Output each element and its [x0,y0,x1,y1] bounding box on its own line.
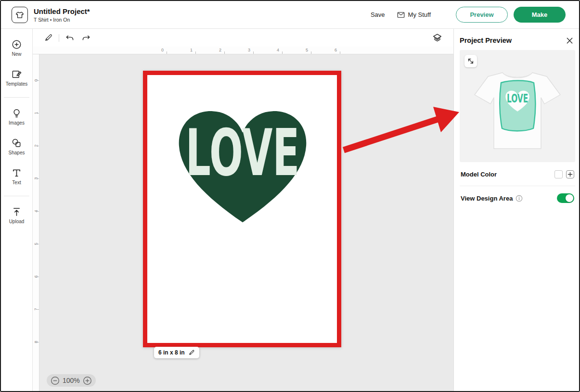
ruler-label: 0 [161,48,164,52]
view-design-area-toggle[interactable] [557,193,574,203]
zoom-in-button[interactable] [83,376,92,385]
ruler-label: 1 [190,48,193,52]
ruler-label: 2 [219,48,221,52]
left-sidebar: New Templates Images Shapes [1,29,33,392]
pencil-icon [188,349,195,356]
sidebar-item-templates[interactable]: Templates [1,63,32,92]
sidebar-group-upload: Upload [1,196,32,235]
upload-arrow-icon [11,206,22,217]
artboard-size-label: 6 in x 8 in [158,349,185,356]
view-design-area-row: View Design Area [460,186,575,210]
artboard-red-highlight: LOVE [143,71,341,347]
ruler-label: 4 [277,48,279,52]
horizontal-ruler: 0 1 2 3 4 5 6 [33,47,453,54]
top-bar: Untitled Project* T Shirt • Iron On Save… [1,1,579,29]
make-button[interactable]: Make [514,7,566,23]
redo-button[interactable] [79,31,93,45]
panel-title: Project Preview [460,37,512,44]
plus-circle-icon [11,39,22,50]
zoom-control: 100% [47,374,96,387]
sidebar-item-text[interactable]: Text [1,161,32,191]
view-design-area-label: View Design Area [461,195,513,202]
edit-pencil-button[interactable] [41,31,55,45]
add-color-button[interactable] [566,170,574,178]
tshirt-icon [15,10,25,20]
pencil-icon [44,33,53,42]
sidebar-group-project: New Templates [1,29,32,97]
toggle-knob [566,194,573,202]
shapes-icon [11,138,22,149]
ruler-label: 6 [335,48,337,52]
sidebar-item-upload[interactable]: Upload [1,200,32,230]
text-serif-icon [11,167,22,178]
sidebar-item-label: Templates [6,81,28,87]
my-stuff-label: My Stuff [408,11,431,18]
sidebar-item-label: Images [9,120,25,126]
sidebar-item-images[interactable]: Images [1,101,32,131]
info-icon[interactable] [516,195,523,202]
zoom-out-button[interactable] [51,376,60,385]
topbar-actions: Save My Stuff Preview Make [371,7,566,23]
project-tshirt-icon[interactable] [12,7,28,23]
close-icon [566,37,573,44]
love-heart-design[interactable]: LOVE [168,97,318,228]
sidebar-item-new[interactable]: New [1,33,32,63]
sidebar-item-label: Text [12,180,21,185]
sidebar-group-insert: Images Shapes Text [1,98,32,196]
tshirt-mockup: LOVE [460,50,575,162]
zoom-level: 100% [63,377,80,384]
undo-icon [65,33,75,43]
model-color-row: Model Color [460,162,575,186]
model-color-label: Model Color [461,171,497,178]
envelope-icon [397,11,405,19]
toolbar-divider [59,34,59,42]
shirt-love-text: LOVE [507,91,528,105]
sidebar-item-shapes[interactable]: Shapes [1,131,32,161]
project-subtitle: T Shirt • Iron On [34,17,90,23]
save-button[interactable]: Save [371,11,385,18]
preview-button[interactable]: Preview [456,7,508,23]
panel-body: Model Color View Design Area [454,162,580,210]
love-text: LOVE [185,115,299,190]
lightbulb-icon [11,108,22,119]
undo-button[interactable] [63,31,77,45]
canvas-column: 0 1 2 3 4 5 6 0 1 2 3 4 5 6 7 8 [33,29,453,392]
app-window: Untitled Project* T Shirt • Iron On Save… [0,0,580,392]
shirt-preview-image: LOVE [460,50,575,162]
expand-preview-button[interactable] [464,55,477,67]
my-stuff-button[interactable]: My Stuff [397,11,431,19]
layers-icon [432,33,442,43]
panel-header: Project Preview [454,29,580,50]
template-pencil-icon [11,69,22,80]
ruler-label: 5 [306,48,308,52]
layers-button[interactable] [430,31,444,45]
project-title-block: Untitled Project* T Shirt • Iron On [34,7,90,23]
redo-icon [81,33,91,43]
ruler-label: 3 [248,48,250,52]
sidebar-item-label: Upload [9,219,25,224]
vertical-ruler: 0 1 2 3 4 5 6 7 8 [33,54,39,392]
project-title: Untitled Project* [34,7,90,15]
artboard-size-tag[interactable]: 6 in x 8 in [154,347,199,358]
plus-circle-icon [83,376,92,385]
model-color-swatch[interactable] [554,170,563,178]
canvas-toolbar [33,29,453,47]
minus-circle-icon [51,376,60,385]
plus-icon [567,172,573,177]
project-preview-panel: Project Preview LOVE [453,29,580,392]
close-panel-button[interactable] [565,36,574,45]
expand-icon [467,58,474,64]
sidebar-item-label: New [12,51,21,57]
sidebar-item-label: Shapes [9,150,25,155]
